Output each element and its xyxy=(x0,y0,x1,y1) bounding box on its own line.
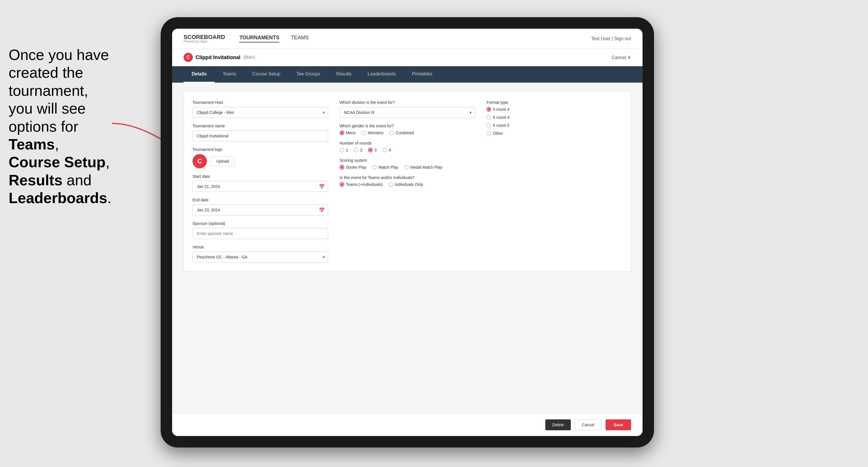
scoring-stroke-radio[interactable] xyxy=(340,165,344,169)
format-6count4-label: 6 count 4 xyxy=(493,115,509,120)
format-other-label: Other xyxy=(493,131,503,136)
gender-womens-label: Womens xyxy=(368,130,383,135)
format-6count4-radio[interactable] xyxy=(487,115,491,120)
scoring-match-radio[interactable] xyxy=(372,165,377,169)
event-individuals-label: Individuals Only xyxy=(395,182,423,187)
tab-leaderboards[interactable]: Leaderboards xyxy=(360,66,404,83)
breadcrumb-bar: C Clippd Invitational (Men) Cancel ✕ xyxy=(172,49,643,66)
end-date-wrapper: 📅 xyxy=(192,205,328,215)
sponsor-label: Sponsor (optional) xyxy=(192,221,328,226)
gender-radio-group: Mens Womens Combined xyxy=(340,130,475,135)
footer-bar: Delete Cancel Save xyxy=(172,413,643,436)
scoring-medal-match-option[interactable]: Medal Match Play xyxy=(404,165,442,169)
tab-course-setup[interactable]: Course Setup xyxy=(244,66,288,83)
save-button[interactable]: Save xyxy=(606,419,631,430)
tournament-host-group: Tournament Host Clippd College - Men ▾ xyxy=(192,100,328,118)
event-individuals-radio[interactable] xyxy=(389,182,393,187)
upload-button[interactable]: Upload xyxy=(211,156,235,166)
nav-tournaments[interactable]: TOURNAMENTS xyxy=(239,35,279,42)
start-date-wrapper: 📅 xyxy=(192,181,328,192)
form-section: Tournament Host Clippd College - Men ▾ T… xyxy=(184,91,631,271)
rounds-group: Number of rounds 1 2 xyxy=(340,141,475,152)
scoring-medal-match-radio[interactable] xyxy=(404,165,409,169)
scoring-stroke-option[interactable]: Stroke Play xyxy=(340,165,367,169)
tournament-name-input[interactable] xyxy=(192,130,328,142)
gender-mens-option[interactable]: Mens xyxy=(340,130,356,135)
event-teams-radio[interactable] xyxy=(340,182,344,187)
scoring-stroke-label: Stroke Play xyxy=(346,165,367,169)
rounds-radio-group: 1 2 3 4 xyxy=(340,148,475,152)
format-5count4-option[interactable]: 5 count 4 xyxy=(487,107,622,112)
scoring-medal-match-label: Medal Match Play xyxy=(410,165,442,169)
event-teams-option[interactable]: Teams (+Individuals) xyxy=(340,182,383,187)
sponsor-input[interactable] xyxy=(192,228,328,239)
left-column: Tournament Host Clippd College - Men ▾ T… xyxy=(192,100,328,262)
gender-womens-radio[interactable] xyxy=(362,130,366,135)
logo: SCOREBOARD Powered by clippd xyxy=(184,34,225,43)
user-area[interactable]: Test User | Sign out xyxy=(591,36,631,41)
rounds-4-radio[interactable] xyxy=(382,148,387,152)
gender-label: Which gender is the event for? xyxy=(340,124,475,128)
tournament-name: Clippd Invitational xyxy=(196,55,240,61)
tournament-logo-group: Tournament logo C Upload xyxy=(192,147,328,168)
scoring-match-option[interactable]: Match Play xyxy=(372,165,398,169)
venue-group: Venue Peachtree GC - Atlanta - GA ▾ xyxy=(192,245,328,262)
tournament-host-select[interactable]: Clippd College - Men xyxy=(192,107,328,118)
tournament-icon: C xyxy=(184,53,193,62)
cancel-button[interactable]: Cancel xyxy=(575,419,602,430)
rounds-3-radio[interactable] xyxy=(368,148,373,152)
start-date-label: Start date xyxy=(192,174,328,179)
event-individuals-option[interactable]: Individuals Only xyxy=(389,182,423,187)
format-6count5-label: 6 count 5 xyxy=(493,123,509,128)
rounds-1-radio[interactable] xyxy=(340,148,344,152)
cancel-top-button[interactable]: Cancel ✕ xyxy=(612,55,631,60)
scoring-radio-group: Stroke Play Match Play Medal Match Play xyxy=(340,165,475,169)
format-5count4-radio[interactable] xyxy=(487,107,491,112)
division-label: Which division is the event for? xyxy=(340,100,475,105)
tab-tee-groups[interactable]: Tee Groups xyxy=(288,66,328,83)
gender-combined-radio[interactable] xyxy=(389,130,394,135)
tab-teams[interactable]: Teams xyxy=(215,66,244,83)
rounds-3-label: 3 xyxy=(374,148,377,152)
venue-select-wrapper: Peachtree GC - Atlanta - GA ▾ xyxy=(192,252,328,262)
rounds-4-option[interactable]: 4 xyxy=(382,148,391,152)
delete-button[interactable]: Delete xyxy=(545,419,570,430)
middle-column: Which division is the event for? NCAA Di… xyxy=(340,100,475,262)
scoring-match-label: Match Play xyxy=(378,165,398,169)
end-date-label: End date xyxy=(192,198,328,202)
start-date-input[interactable] xyxy=(192,181,328,192)
format-6count4-option[interactable]: 6 count 4 xyxy=(487,115,622,120)
nav-teams[interactable]: TEAMS xyxy=(291,35,309,42)
division-select-wrapper: NCAA Division III ▾ xyxy=(340,107,475,118)
venue-select[interactable]: Peachtree GC - Atlanta - GA xyxy=(192,252,328,262)
format-other-radio[interactable] xyxy=(487,131,491,136)
venue-label: Venue xyxy=(192,245,328,249)
format-6count5-radio[interactable] xyxy=(487,123,491,128)
rounds-2-label: 2 xyxy=(360,148,362,152)
format-type-group: Format type 5 count 4 6 count 4 xyxy=(487,100,622,136)
rounds-label: Number of rounds xyxy=(340,141,475,146)
app-header: SCOREBOARD Powered by clippd TOURNAMENTS… xyxy=(172,29,643,49)
gender-mens-radio[interactable] xyxy=(340,130,344,135)
division-select[interactable]: NCAA Division III xyxy=(340,107,475,118)
tab-results[interactable]: Results xyxy=(328,66,360,83)
tournament-logo-label: Tournament logo xyxy=(192,147,328,152)
tab-printables[interactable]: Printables xyxy=(404,66,440,83)
gender-combined-label: Combined xyxy=(396,130,414,135)
format-other-option[interactable]: Other xyxy=(487,131,622,136)
rounds-2-radio[interactable] xyxy=(354,148,358,152)
tab-details[interactable]: Details xyxy=(184,66,215,83)
format-6count5-option[interactable]: 6 count 5 xyxy=(487,123,622,128)
main-content: Tournament Host Clippd College - Men ▾ T… xyxy=(172,83,643,413)
rounds-2-option[interactable]: 2 xyxy=(354,148,362,152)
end-date-input[interactable] xyxy=(192,205,328,215)
tournament-host-select-wrapper: Clippd College - Men ▾ xyxy=(192,107,328,118)
calendar-icon: 📅 xyxy=(319,184,325,189)
rounds-3-option[interactable]: 3 xyxy=(368,148,377,152)
sponsor-group: Sponsor (optional) xyxy=(192,221,328,239)
rounds-1-option[interactable]: 1 xyxy=(340,148,348,152)
end-calendar-icon: 📅 xyxy=(319,208,325,213)
gender-womens-option[interactable]: Womens xyxy=(362,130,383,135)
tablet-frame: SCOREBOARD Powered by clippd TOURNAMENTS… xyxy=(161,17,654,447)
gender-combined-option[interactable]: Combined xyxy=(389,130,414,135)
